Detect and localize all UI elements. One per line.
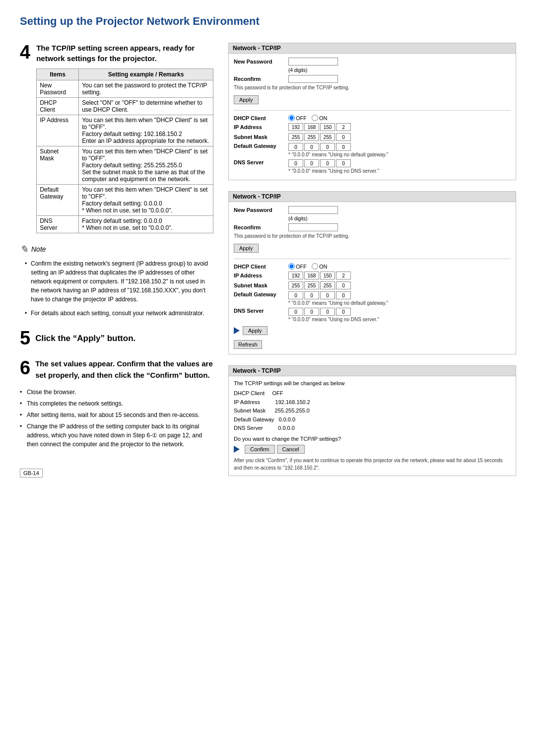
p2-reconfirm-input[interactable] — [288, 223, 338, 231]
p3-ip-value: 192.168.150.2 — [275, 399, 310, 405]
p2-ip-label: IP Address — [234, 273, 288, 278]
p2-dns-inputs — [288, 308, 379, 316]
cancel-button[interactable]: Cancel — [277, 445, 305, 454]
gateway-box-3[interactable] — [320, 143, 335, 151]
p2-subnet-label: Subnet Mask — [234, 282, 288, 288]
p2-dns-box-2[interactable] — [304, 308, 319, 316]
p2-gateway-inputs — [288, 291, 388, 299]
p2-ip-box-4[interactable] — [336, 272, 351, 279]
note-label: Note — [31, 245, 46, 253]
subnet-label: Subnet Mask — [234, 134, 288, 140]
p3-btn-row: Confirm Cancel — [234, 445, 511, 454]
p2-dns-box-1[interactable] — [288, 308, 303, 316]
p2-gateway-box-3[interactable] — [320, 291, 335, 299]
reconfirm-input[interactable] — [288, 75, 338, 83]
p2-apply-button[interactable]: Apply — [234, 244, 259, 253]
p2-dhcp-radio-group: OFF ON — [288, 263, 328, 270]
ip-box-4[interactable] — [336, 123, 351, 131]
p2-gateway-label: Default Gateway — [234, 291, 288, 297]
p2-dhcp-off-text: OFF — [296, 264, 307, 270]
step5-block: 5 Click the “Apply” button. — [20, 329, 213, 347]
p2-gateway-box-1[interactable] — [288, 291, 303, 299]
p2-dhcp-on-radio[interactable] — [312, 263, 318, 270]
p3-dns-value: 0.0.0.0 — [278, 425, 295, 431]
subnet-inputs — [288, 133, 351, 141]
gateway-row: Default Gateway * "0.0.0.0" means "Using… — [234, 143, 511, 157]
gateway-inputs — [288, 143, 388, 151]
ip-box-1[interactable] — [288, 123, 303, 131]
step4-title: The TCP/IP setting screen appears, ready… — [36, 43, 213, 64]
subnet-box-4[interactable] — [336, 133, 351, 141]
right-column: Network - TCP/IP New Password (4 digits)… — [228, 43, 516, 487]
note-section: ✎ Note Confirm the existing network's se… — [20, 243, 213, 318]
table-row: DNSServer Factory default setting: 0.0.0… — [37, 216, 213, 233]
p2-apply-button-2[interactable]: Apply — [243, 326, 268, 335]
gateway-box-1[interactable] — [288, 143, 303, 151]
p2-dns-box-3[interactable] — [320, 308, 335, 316]
new-password-row: New Password — [234, 58, 511, 66]
p2-apply-arrow-row: Apply — [234, 324, 511, 337]
new-password-label: New Password — [234, 59, 288, 65]
dhcp-on-label[interactable]: ON — [312, 115, 328, 121]
p2-ip-box-2[interactable] — [304, 272, 319, 279]
dhcp-on-radio[interactable] — [312, 115, 318, 121]
panel3-body: The TCP/IP settings will be changed as b… — [229, 376, 516, 476]
dns-box-1[interactable] — [288, 159, 303, 167]
row-item: DHCPClient — [37, 98, 79, 115]
p2-refresh-button[interactable]: Refresh — [234, 340, 262, 349]
gateway-box-2[interactable] — [304, 143, 319, 151]
p2-gateway-box-4[interactable] — [336, 291, 351, 299]
p2-dhcp-off-label[interactable]: OFF — [288, 263, 307, 270]
dns-box-4[interactable] — [336, 159, 351, 167]
step6-inline: 6 The set values appear. Confirm that th… — [20, 358, 213, 381]
p2-subnet-box-4[interactable] — [336, 281, 351, 289]
p2-gateway-box-2[interactable] — [304, 291, 319, 299]
p2-subnet-box-1[interactable] — [288, 281, 303, 289]
step6-title: The set values appear. Confirm that the … — [35, 358, 213, 381]
row-value: Select "ON" or "OFF" to determine whethe… — [79, 98, 213, 115]
p2-subnet-box-2[interactable] — [304, 281, 319, 289]
subnet-box-1[interactable] — [288, 133, 303, 141]
bullet-list: Close the browser. This completes the ne… — [20, 388, 213, 449]
dns-box-2[interactable] — [304, 159, 319, 167]
p2-dhcp-off-radio[interactable] — [288, 263, 295, 270]
gateway-box-4[interactable] — [336, 143, 351, 151]
dns-note: * "0.0.0.0" means "Using no DNS server." — [288, 168, 379, 174]
row-item: NewPassword — [37, 80, 79, 98]
ip-box-3[interactable] — [320, 123, 335, 131]
panel2-title: Network - TCP/IP — [229, 192, 516, 202]
p2-dhcp-on-text: ON — [319, 264, 328, 270]
p2-gateway-note: * "0.0.0.0" means "Using no default gate… — [288, 300, 388, 306]
subnet-box-2[interactable] — [304, 133, 319, 141]
p2-dhcp-on-label[interactable]: ON — [312, 263, 328, 270]
dhcp-off-radio[interactable] — [288, 115, 295, 121]
panel3-title: Network - TCP/IP — [229, 366, 516, 376]
p2-new-password-input[interactable] — [288, 206, 338, 214]
network-panel-2: Network - TCP/IP New Password (4 digits)… — [228, 191, 516, 354]
dhcp-off-label[interactable]: OFF — [288, 115, 307, 121]
p3-subnet-label: Subnet Mask — [234, 408, 266, 413]
p2-reconfirm-label: Reconfirm — [234, 224, 288, 230]
note-item: For details about each setting, consult … — [25, 309, 213, 318]
panel1-title: Network - TCP/IP — [229, 43, 516, 54]
page-title: Setting up the Projector Network Environ… — [20, 15, 516, 28]
confirm-button[interactable]: Confirm — [245, 445, 275, 454]
p2-dhcp-label: DHCP Client — [234, 264, 288, 270]
dhcp-off-text: OFF — [296, 115, 307, 121]
network-panel-3: Network - TCP/IP The TCP/IP settings wil… — [228, 365, 516, 476]
bullet-item: After setting items, wait for about 15 s… — [20, 411, 213, 419]
col-remarks: Setting example / Remarks — [79, 69, 213, 80]
p2-ip-box-1[interactable] — [288, 272, 303, 279]
dhcp-radio-group: OFF ON — [288, 115, 328, 121]
ip-box-2[interactable] — [304, 123, 319, 131]
row-value: You can set this item when "DHCP Client"… — [79, 185, 213, 216]
apply-button-1[interactable]: Apply — [234, 95, 259, 104]
p2-dns-box-4[interactable] — [336, 308, 351, 316]
dns-box-3[interactable] — [320, 159, 335, 167]
p2-dns-note: * "0.0.0.0" means "Using no DNS server." — [288, 317, 379, 322]
subnet-box-3[interactable] — [320, 133, 335, 141]
p2-subnet-box-3[interactable] — [320, 281, 335, 289]
p2-password-note: This password is for protection of the T… — [234, 233, 511, 239]
new-password-input[interactable] — [288, 58, 338, 66]
p2-ip-box-3[interactable] — [320, 272, 335, 279]
